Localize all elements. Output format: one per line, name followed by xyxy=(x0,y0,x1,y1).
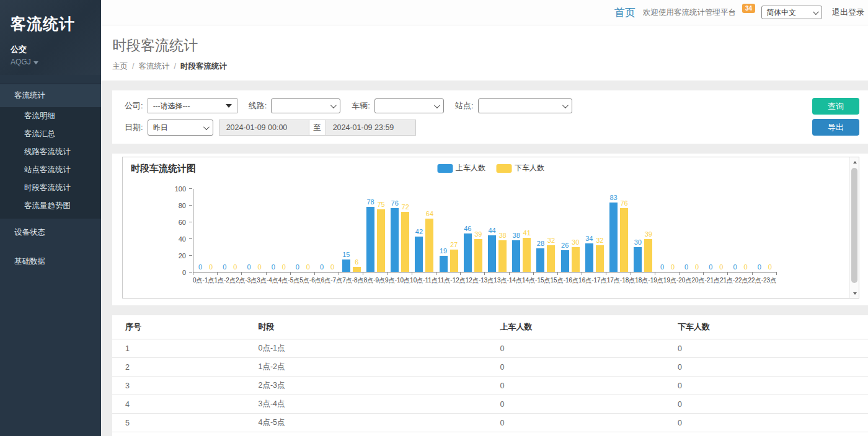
bar[interactable] xyxy=(572,247,580,272)
bar[interactable] xyxy=(391,208,399,272)
bar[interactable] xyxy=(464,233,472,272)
x-axis-label: 8点-9点 xyxy=(364,276,385,285)
table-row[interactable]: 10点-1点00 xyxy=(112,339,868,358)
bar[interactable] xyxy=(353,267,361,272)
x-tick xyxy=(267,272,291,275)
notification-badge[interactable]: 34 xyxy=(742,4,755,13)
chevron-down-icon xyxy=(203,124,210,130)
bar-wrap: 0 xyxy=(318,264,326,272)
bar-wrap: 30 xyxy=(634,239,642,272)
x-axis-label: 19点-20点 xyxy=(663,276,692,285)
sidebar-item-line-stats[interactable]: 线路客流统计 xyxy=(0,143,101,161)
bar-wrap: 44 xyxy=(488,227,496,272)
sidebar-item-passenger-stats[interactable]: 客流统计 xyxy=(0,84,101,107)
table-row[interactable]: 43点-4点00 xyxy=(112,395,868,414)
bar[interactable] xyxy=(377,209,385,272)
breadcrumb-passenger-stats[interactable]: 客流统计 xyxy=(138,62,169,71)
line-select[interactable] xyxy=(271,98,340,113)
table-row[interactable]: 21点-2点00 xyxy=(112,358,868,377)
query-button[interactable]: 查询 xyxy=(812,98,859,115)
bar[interactable] xyxy=(415,237,423,272)
bar[interactable] xyxy=(488,235,496,272)
bar-value-label: 64 xyxy=(426,211,433,217)
bar[interactable] xyxy=(450,250,458,272)
org-code-dropdown[interactable]: AQGJ xyxy=(11,58,101,66)
table-row[interactable]: 32点-3点00 xyxy=(112,377,868,395)
scrollbar-down-arrow-icon[interactable] xyxy=(850,289,859,298)
bar[interactable] xyxy=(634,247,642,272)
bar-wrap: 38 xyxy=(512,232,520,272)
table-cell: 6 xyxy=(112,432,252,436)
sidebar-item-passenger-summary[interactable]: 客流汇总 xyxy=(0,125,101,143)
language-select[interactable]: 简体中文 xyxy=(761,6,822,19)
sidebar-item-passenger-detail[interactable]: 客流明细 xyxy=(0,107,101,125)
bar-value-label: 38 xyxy=(513,232,520,239)
bar-wrap: 46 xyxy=(464,225,472,272)
chart-scrollbar[interactable] xyxy=(849,157,859,298)
table-cell: 3点-4点 xyxy=(252,395,494,414)
x-axis-label: 9点-10点 xyxy=(385,276,410,285)
line-label: 线路: xyxy=(249,100,267,111)
table-cell: 1点-2点 xyxy=(252,358,494,377)
bar[interactable] xyxy=(366,207,374,272)
scrollbar-up-arrow-icon[interactable] xyxy=(850,157,859,167)
x-tick xyxy=(388,272,412,275)
bar-wrap: 0 xyxy=(707,264,715,272)
date-start-input[interactable]: 2024-01-09 00:00 xyxy=(219,120,309,136)
bar[interactable] xyxy=(536,248,544,272)
bar[interactable] xyxy=(547,245,555,272)
bar-wrap: 75 xyxy=(377,201,385,272)
bar[interactable] xyxy=(523,238,531,272)
export-button[interactable]: 导出 xyxy=(812,119,859,136)
date-end-input[interactable]: 2024-01-09 23:59 xyxy=(326,120,416,136)
date-preset-select[interactable]: 昨日 xyxy=(148,120,213,136)
bar[interactable] xyxy=(401,212,409,272)
bar-group: 4438 xyxy=(485,189,509,272)
bar[interactable] xyxy=(609,203,618,272)
chevron-down-icon xyxy=(434,102,440,108)
scrollbar-thumb[interactable] xyxy=(851,168,857,283)
table-row[interactable]: 54点-5点00 xyxy=(112,414,868,432)
y-axis-label: 80 xyxy=(179,202,186,209)
bar-value-label: 30 xyxy=(634,239,642,246)
bar[interactable] xyxy=(474,239,482,272)
vehicle-select[interactable] xyxy=(374,98,444,113)
x-tick xyxy=(753,272,777,275)
sidebar-item-period-stats[interactable]: 时段客流统计 xyxy=(0,179,101,197)
legend-item[interactable]: 下车人数 xyxy=(496,163,544,173)
y-tick xyxy=(189,188,192,189)
bar[interactable] xyxy=(644,239,652,272)
bar-value-label: 78 xyxy=(366,199,374,206)
table-cell: 0 xyxy=(671,414,868,432)
sidebar-item-trend-chart[interactable]: 客流量趋势图 xyxy=(0,197,101,215)
station-select[interactable] xyxy=(478,98,572,113)
bar[interactable] xyxy=(561,250,569,272)
company-select[interactable]: ---请选择--- xyxy=(148,98,237,113)
legend-item[interactable]: 上车人数 xyxy=(437,163,485,173)
bar[interactable] xyxy=(596,245,604,272)
sidebar-item-station-stats[interactable]: 站点客流统计 xyxy=(0,161,101,179)
chevron-down-icon xyxy=(33,61,38,64)
bar-value-label: 27 xyxy=(450,242,458,248)
x-axis-label: 10点-11点 xyxy=(410,276,438,285)
bar-wrap: 32 xyxy=(596,237,604,272)
bar[interactable] xyxy=(440,256,448,272)
home-link[interactable]: 首页 xyxy=(614,6,636,20)
bar[interactable] xyxy=(498,240,507,272)
bar[interactable] xyxy=(425,219,433,272)
x-labels: 0点-1点1点-2点2点-3点3点-4点4点-5点5点-6点6点-7点7点-8点… xyxy=(193,276,777,285)
bar-wrap: 42 xyxy=(415,229,423,272)
sidebar-item-device-status[interactable]: 设备状态 xyxy=(0,221,101,244)
breadcrumb-home[interactable]: 主页 xyxy=(112,62,128,71)
sidebar-item-base-data[interactable]: 基础数据 xyxy=(0,250,101,273)
y-axis-label: 40 xyxy=(179,235,186,243)
table-row[interactable]: 65点-6点00 xyxy=(112,432,868,436)
bar[interactable] xyxy=(620,208,628,272)
bar-value-label: 0 xyxy=(257,264,261,271)
bar[interactable] xyxy=(342,259,350,272)
bar[interactable] xyxy=(512,240,520,272)
logout-link[interactable]: 退出登录 xyxy=(832,7,864,18)
x-axis-label: 2点-3点 xyxy=(236,276,257,285)
x-tick xyxy=(218,272,242,275)
bar[interactable] xyxy=(585,243,593,272)
